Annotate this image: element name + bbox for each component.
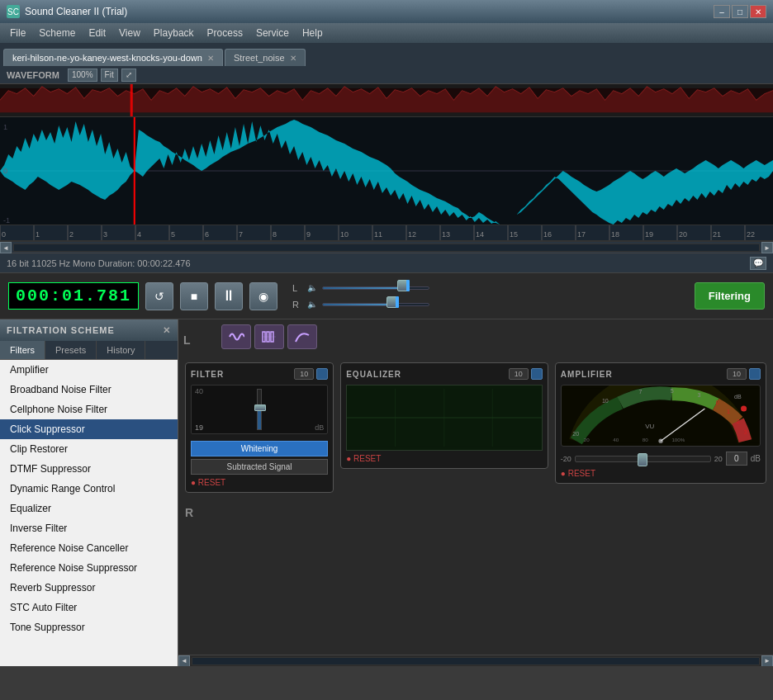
zoom-expand-button[interactable]: ⤢ <box>121 69 136 82</box>
play-pause-button[interactable]: ⏸ <box>215 282 243 310</box>
svg-text:21: 21 <box>713 230 721 239</box>
volume-r-row: R 🔈 <box>292 299 429 310</box>
tab-presets[interactable]: Presets <box>45 341 97 359</box>
filter-item-inverse[interactable]: Inverse Filter <box>0 518 178 538</box>
loop-button[interactable]: ↺ <box>145 282 173 310</box>
curve-tab-button[interactable] <box>287 324 317 349</box>
zoom-fit-button[interactable]: Fit <box>101 69 118 82</box>
svg-text:3: 3 <box>697 392 700 399</box>
zoom-100-button[interactable]: 100% <box>68 69 97 82</box>
tab-close-1[interactable]: ✕ <box>207 54 214 63</box>
eq-tab-button[interactable] <box>254 324 284 349</box>
bottom-scrollbar-track[interactable] <box>192 657 760 665</box>
svg-text:0: 0 <box>3 167 7 175</box>
close-button[interactable]: ✕ <box>750 5 766 18</box>
eq-module-toggle[interactable]: 10 <box>509 368 529 380</box>
status-bar: 16 bit 11025 Hz Mono Duration: 00:00:22.… <box>0 253 773 273</box>
waveform-header: WAVEFORM 100% Fit ⤢ <box>0 66 773 84</box>
menu-process[interactable]: Process <box>201 26 249 40</box>
menu-view[interactable]: View <box>112 26 147 40</box>
svg-point-84 <box>741 405 747 411</box>
audio-info: 16 bit 11025 Hz Mono Duration: 00:00:22.… <box>7 258 191 268</box>
amp-module-toggle[interactable]: 10 <box>727 368 747 380</box>
filtration-title: FILTRATION SCHEME <box>7 325 115 335</box>
filter-item-reverb[interactable]: Reverb Suppressor <box>0 578 178 598</box>
filter-item-click[interactable]: Click Suppressor <box>0 419 178 439</box>
bottom-scroll-left-arrow[interactable]: ◄ <box>178 655 190 667</box>
waveform-tab-button[interactable] <box>221 324 251 349</box>
svg-text:1: 1 <box>727 409 730 415</box>
click-slider-track[interactable] <box>257 389 262 430</box>
amp-slider-track[interactable] <box>575 456 711 462</box>
volume-r-slider[interactable] <box>322 299 429 310</box>
amp-reset-link[interactable]: ● RESET <box>561 469 761 478</box>
waveform-main[interactable]: 1 0 -1 <box>0 117 773 225</box>
svg-rect-3 <box>130 84 133 116</box>
volume-l-fill <box>323 287 402 289</box>
filter-item-cellphone[interactable]: Cellphone Noise Filter <box>0 400 178 419</box>
monitor-button[interactable]: ◉ <box>249 282 277 310</box>
volume-low-icon-r: 🔈 <box>307 300 317 309</box>
filtration-close-button[interactable]: ✕ <box>163 325 171 336</box>
curve-tab-icon <box>294 329 311 345</box>
svg-text:8: 8 <box>273 230 277 239</box>
filter-item-equalizer[interactable]: Equalizer <box>0 499 178 518</box>
bottom-scrollbar: ◄ ► <box>178 655 773 666</box>
svg-text:14: 14 <box>476 230 484 239</box>
filter-item-dtmf[interactable]: DTMF Suppressor <box>0 459 178 479</box>
waveform-overview[interactable] <box>0 84 773 117</box>
filter-item-stc[interactable]: STC Auto Filter <box>0 598 178 617</box>
minimize-button[interactable]: – <box>714 5 730 18</box>
menu-playback[interactable]: Playback <box>147 26 201 40</box>
eq-module-power[interactable] <box>531 368 543 380</box>
click-module-toggle[interactable]: 10 <box>294 368 314 380</box>
tab-street-noise[interactable]: Street_noise ✕ <box>225 49 306 66</box>
scroll-right-arrow[interactable]: ► <box>761 242 773 253</box>
vu-meter-svg: 20 10 7 5 3 0 1 2 3 VU 20 40 8 <box>562 385 760 446</box>
amp-range-left: -20 <box>561 455 571 463</box>
click-slider-thumb[interactable] <box>254 404 266 411</box>
bottom-scroll-right-arrow[interactable]: ► <box>761 655 773 667</box>
click-module-title: FILTER <box>191 370 224 379</box>
volume-l-slider[interactable] <box>322 282 429 294</box>
filter-item-dynamic[interactable]: Dynamic Range Control <box>0 479 178 499</box>
menu-help[interactable]: Help <box>296 26 330 40</box>
amp-slider-thumb[interactable] <box>638 453 647 466</box>
waveform-scrollbar-track[interactable] <box>13 244 760 252</box>
filter-item-tone[interactable]: Tone Suppressor <box>0 617 178 637</box>
amp-module-title: AMPLIFIER <box>561 370 613 379</box>
tab-history[interactable]: History <box>97 341 145 359</box>
filter-item-amplifier[interactable]: Amplifier <box>0 360 178 380</box>
filter-item-broadband[interactable]: Broadband Noise Filter <box>0 380 178 400</box>
tab-filters[interactable]: Filters <box>0 341 45 359</box>
svg-text:2: 2 <box>737 419 740 425</box>
eq-module-title: EQUALIZER <box>346 370 401 379</box>
menu-edit[interactable]: Edit <box>82 26 112 40</box>
vu-meter: 20 10 7 5 3 0 1 2 3 VU 20 40 8 <box>561 385 761 447</box>
subtracted-signal-button[interactable]: Subtracted Signal <box>191 459 328 475</box>
click-module-power[interactable] <box>316 368 328 380</box>
menu-service[interactable]: Service <box>249 26 296 40</box>
eq-display[interactable] <box>346 385 543 451</box>
filtering-button[interactable]: Filtering <box>695 282 765 310</box>
click-reset-link[interactable]: ● RESET <box>191 478 328 487</box>
stop-button[interactable]: ■ <box>180 282 208 310</box>
comment-icon[interactable]: 💬 <box>750 257 766 270</box>
menu-file[interactable]: File <box>3 26 32 40</box>
svg-text:16: 16 <box>543 230 552 239</box>
menu-scheme[interactable]: Scheme <box>32 26 82 40</box>
tab-keri-hilson[interactable]: keri-hilson-ne-yo-kaney-west-knocks-you-… <box>3 49 223 66</box>
maximize-button[interactable]: □ <box>732 5 748 18</box>
scroll-left-arrow[interactable]: ◄ <box>0 242 12 253</box>
filter-item-ref-noise-suppressor[interactable]: Reference Noise Suppressor <box>0 558 178 578</box>
filter-item-ref-noise-canceller[interactable]: Reference Noise Canceller <box>0 538 178 558</box>
waveform-ruler: 0 1 2 3 4 5 6 7 8 9 10 11 12 13 <box>0 225 773 241</box>
eq-reset-link[interactable]: ● RESET <box>346 454 543 463</box>
amp-module-power[interactable] <box>749 368 761 380</box>
filter-item-clip[interactable]: Clip Restorer <box>0 439 178 459</box>
volume-l-row: L 🔈 <box>292 282 429 294</box>
volume-r-fill <box>323 304 391 305</box>
tab-close-2[interactable]: ✕ <box>290 54 296 63</box>
whitening-button[interactable]: Whitening <box>191 441 328 456</box>
filtration-header: FILTRATION SCHEME ✕ <box>0 319 178 341</box>
